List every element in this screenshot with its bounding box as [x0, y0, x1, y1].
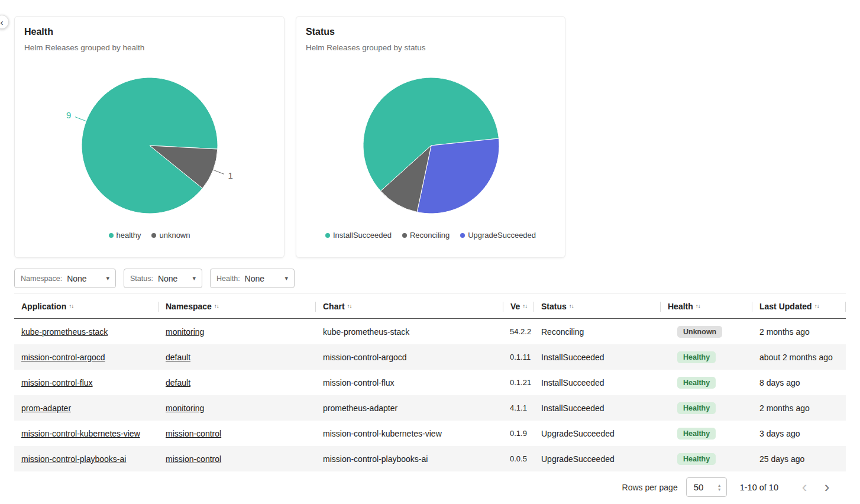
card-title: Status: [306, 26, 555, 38]
sort-icon: ↑↓: [522, 303, 527, 309]
column-header-chart[interactable]: Chart ↑↓: [316, 294, 503, 318]
column-label: Last Updated: [759, 302, 812, 311]
column-label: Health: [668, 302, 693, 311]
legend-dot-icon: [402, 233, 407, 238]
filter-value: None: [245, 274, 264, 283]
card-subtitle: Helm Releases grouped by status: [306, 43, 555, 52]
callout-line: [213, 170, 224, 174]
namespace-filter-select[interactable]: Namespace: None ▾: [14, 269, 116, 288]
application-link[interactable]: mission-control-flux: [21, 378, 93, 387]
status-pie-chart: [306, 70, 557, 225]
sort-icon: ↑↓: [569, 303, 574, 309]
helm-releases-table: Application ↑↓ Namespace ↑↓ Chart ↑↓ Ve …: [14, 293, 846, 503]
chevron-left-icon: ‹: [802, 478, 807, 496]
column-header-application[interactable]: Application ↑↓: [14, 294, 159, 318]
chevron-down-icon: ▾: [280, 274, 288, 282]
namespace-link[interactable]: monitoring: [166, 327, 204, 337]
table-row: prom-adaptermonitoringprometheus-adapter…: [14, 395, 846, 421]
filter-value: None: [67, 274, 86, 283]
sort-icon: ↑↓: [696, 303, 700, 309]
previous-page-button[interactable]: ‹: [794, 477, 815, 498]
application-link[interactable]: prom-adapter: [21, 403, 71, 413]
callout-line: [75, 117, 86, 121]
chevron-right-icon: ›: [825, 478, 830, 496]
last-updated-cell: 2 months ago: [752, 395, 846, 421]
legend-dot-icon: [325, 233, 330, 238]
status-chart-legend: InstallSucceededReconcilingUpgradeSuccee…: [306, 231, 555, 240]
card-subtitle: Helm Releases grouped by health: [24, 43, 274, 52]
version-cell: 4.1.1: [503, 395, 534, 421]
last-updated-cell: 25 days ago: [752, 446, 846, 471]
legend-label: Reconciling: [410, 231, 450, 240]
rows-per-page-value: 50: [694, 482, 717, 492]
legend-item[interactable]: Reconciling: [402, 231, 450, 240]
status-cell: InstallSucceeded: [534, 395, 661, 421]
legend-item[interactable]: healthy: [109, 231, 141, 240]
last-updated-cell: 2 months ago: [752, 319, 846, 344]
version-cell: 0.1.21: [503, 370, 534, 395]
status-filter-select[interactable]: Status: None ▾: [124, 269, 202, 288]
filter-label: Status:: [130, 274, 153, 283]
status-cell: UpgradeSucceeded: [534, 421, 661, 446]
sort-icon: ↑↓: [214, 303, 219, 309]
version-cell: 0.0.5: [503, 446, 534, 471]
health-badge: Healthy: [677, 351, 716, 363]
column-label: Application: [21, 302, 66, 311]
application-link[interactable]: mission-control-kubernetes-view: [21, 429, 140, 438]
legend-dot-icon: [151, 233, 156, 238]
status-card: Status Helm Releases grouped by status I…: [296, 16, 565, 258]
chart-cell: mission-control-flux: [316, 370, 503, 395]
pie-callout-label: 9: [66, 110, 71, 120]
column-header-namespace[interactable]: Namespace ↑↓: [159, 294, 316, 318]
chevron-left-icon: ‹: [1, 17, 4, 27]
health-card: Health Helm Releases grouped by health 9…: [14, 16, 284, 258]
column-label: Chart: [323, 302, 345, 311]
legend-dot-icon: [460, 233, 465, 238]
card-title: Health: [24, 26, 274, 38]
namespace-link[interactable]: default: [166, 353, 190, 362]
column-header-status[interactable]: Status ↑↓: [534, 294, 661, 318]
application-link[interactable]: kube-prometheus-stack: [21, 327, 108, 337]
pie-callout-label: 1: [228, 170, 233, 180]
pagination-range: 1-10 of 10: [740, 483, 778, 492]
chevron-down-icon: ▾: [187, 274, 196, 282]
legend-item[interactable]: InstallSucceeded: [325, 231, 392, 240]
application-link[interactable]: mission-control-argocd: [21, 353, 105, 362]
table-header: Application ↑↓ Namespace ↑↓ Chart ↑↓ Ve …: [14, 293, 846, 319]
collapse-sidebar-button[interactable]: ‹: [0, 15, 9, 29]
status-cell: InstallSucceeded: [534, 370, 661, 395]
rows-per-page-label: Rows per page: [622, 483, 678, 492]
namespace-link[interactable]: mission-control: [166, 454, 221, 464]
status-cell: InstallSucceeded: [534, 344, 661, 370]
column-header-last-updated[interactable]: Last Updated ↑↓: [752, 294, 846, 318]
column-label: Status: [541, 302, 567, 311]
status-cell: Reconciling: [534, 319, 661, 344]
chart-cell: mission-control-playbooks-ai: [316, 446, 503, 471]
next-page-button[interactable]: ›: [816, 477, 838, 498]
health-badge: Healthy: [677, 402, 716, 414]
health-pie-chart: 91: [24, 70, 275, 225]
column-header-version[interactable]: Ve ↑↓: [503, 294, 534, 318]
namespace-link[interactable]: default: [166, 378, 190, 387]
column-label: Namespace: [166, 302, 212, 311]
legend-item[interactable]: UpgradeSucceeded: [460, 231, 536, 240]
filter-label: Health:: [216, 274, 240, 283]
filter-label: Namespace:: [21, 274, 62, 283]
rows-per-page-select[interactable]: 50 ▲ ▼: [686, 477, 727, 497]
last-updated-cell: 8 days ago: [752, 370, 846, 395]
health-chart-legend: healthyunknown: [24, 231, 274, 240]
status-cell: UpgradeSucceeded: [534, 446, 661, 471]
legend-label: unknown: [159, 231, 190, 240]
column-header-health[interactable]: Health ↑↓: [661, 294, 752, 318]
table-body: kube-prometheus-stackmonitoringkube-prom…: [14, 319, 846, 471]
chart-cell: mission-control-kubernetes-view: [316, 421, 503, 446]
namespace-link[interactable]: mission-control: [166, 429, 221, 438]
application-link[interactable]: mission-control-playbooks-ai: [21, 454, 126, 464]
health-badge: Healthy: [677, 377, 716, 389]
health-filter-select[interactable]: Health: None ▾: [210, 269, 295, 288]
filter-value: None: [158, 274, 177, 283]
sort-icon: ↑↓: [69, 303, 73, 309]
legend-item[interactable]: unknown: [151, 231, 190, 240]
namespace-link[interactable]: monitoring: [166, 403, 204, 413]
version-cell: 0.1.11: [503, 344, 534, 370]
